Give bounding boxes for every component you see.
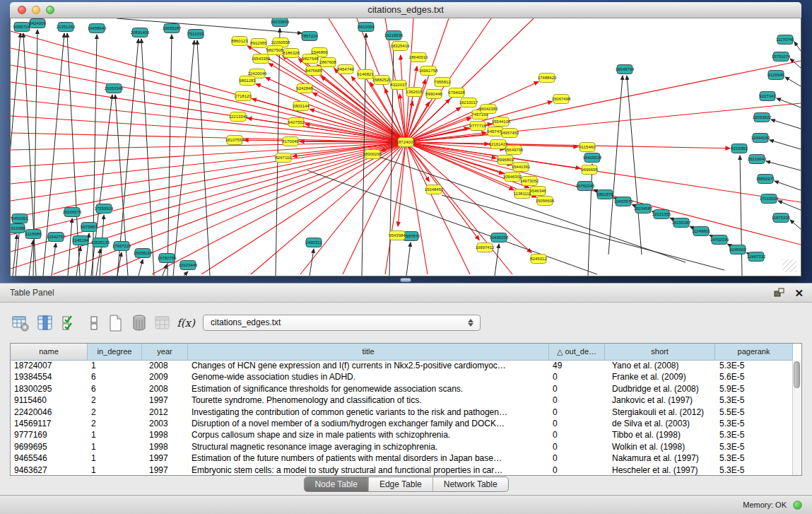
graph-node[interactable]: 8912955	[250, 39, 267, 48]
table-row[interactable]: 1456911722003Disruption of a novel membe…	[11, 418, 793, 429]
graph-node[interactable]: 21351263	[57, 23, 76, 32]
graph-node[interactable]: 2718120	[235, 92, 252, 101]
table-row[interactable]: 1938455462009Genome-wide association stu…	[11, 371, 793, 382]
graph-node[interactable]: 14973052	[520, 177, 539, 186]
graph-node[interactable]: 9055724	[13, 23, 30, 32]
function-builder-icon[interactable]: f(x)	[177, 314, 195, 332]
close-panel-icon[interactable]: ✕	[794, 284, 804, 303]
table-settings-icon[interactable]	[11, 314, 30, 332]
graph-node[interactable]: 19218596	[384, 31, 404, 40]
graph-node[interactable]: 15067498	[552, 95, 571, 104]
graph-node[interactable]: 20206576	[63, 208, 82, 217]
graph-node[interactable]: 9115460	[579, 143, 596, 152]
delete-table-icon[interactable]	[130, 314, 148, 332]
graph-node[interactable]: 1115686	[25, 230, 42, 239]
column-header-out_de[interactable]: △ out_de…	[549, 344, 605, 360]
graph-node[interactable]: 11875335	[772, 214, 791, 223]
graph-node[interactable]: 16156387	[672, 218, 691, 228]
float-panel-icon[interactable]	[774, 287, 785, 298]
graph-node[interactable]: 13505135	[91, 238, 110, 247]
graph-node[interactable]: 12923446	[179, 261, 198, 270]
graph-node[interactable]: 12161427	[489, 140, 508, 149]
graph-node[interactable]: 14702039	[710, 235, 729, 245]
table-row[interactable]: 946362711997Embryonic stem cells: a mode…	[11, 465, 793, 475]
graph-node[interactable]: 15882520	[372, 76, 392, 85]
graph-node[interactable]: 9242848	[296, 84, 313, 93]
graph-node[interactable]: 16961758	[419, 66, 438, 76]
graph-node[interactable]: 7857224	[301, 32, 318, 41]
graph-node[interactable]: 15056606	[536, 197, 555, 206]
graph-node[interactable]: 15441361	[512, 163, 531, 172]
graph-node[interactable]: 18107554	[225, 136, 245, 145]
graph-node[interactable]: 18724007	[396, 138, 416, 147]
graph-node[interactable]: 18640910	[409, 53, 428, 62]
graph-node[interactable]: 16782759	[158, 254, 177, 263]
graph-node[interactable]: 9777716	[469, 122, 486, 131]
graph-node[interactable]: 21053346	[105, 84, 124, 93]
table-row[interactable]: 2242004622012Investigating the contribut…	[11, 407, 793, 418]
column-header-in_degree[interactable]: in_degree	[88, 344, 142, 360]
graph-node[interactable]: 7955812	[434, 78, 451, 87]
table-scrollbar-thumb[interactable]	[794, 361, 800, 388]
table-row[interactable]: 969969511998Structural magnetic resonanc…	[11, 441, 793, 452]
graph-node[interactable]: 16033809	[271, 18, 290, 27]
graph-node[interactable]: 10655287	[163, 24, 182, 33]
graph-node[interactable]: 9543984	[389, 231, 406, 240]
graph-node[interactable]: 12021355	[652, 210, 671, 219]
graph-node[interactable]: 16543382	[252, 54, 271, 64]
graph-node[interactable]: 9861876	[596, 190, 613, 199]
graph-node[interactable]: 10946303	[503, 173, 522, 182]
graph-node[interactable]: 12444193	[751, 134, 770, 143]
graph-node[interactable]: 17359924	[95, 204, 114, 214]
graph-node[interactable]: 7512032	[187, 30, 204, 39]
graph-node[interactable]: 2490312	[305, 238, 322, 247]
table-row[interactable]: 1830029562008Estimation of significance …	[11, 383, 793, 395]
network-graph[interactable]: 1872400790557248424009213512631645894020…	[11, 18, 801, 276]
graph-node[interactable]: 9699695	[581, 165, 598, 175]
row-height-icon[interactable]	[85, 314, 103, 332]
graph-node[interactable]: 15892971	[756, 175, 775, 184]
graph-node[interactable]: 10496358	[490, 233, 509, 243]
graph-node[interactable]: 15649795	[505, 146, 524, 155]
graph-node[interactable]: 2867608	[319, 58, 336, 67]
network-window-titlebar[interactable]: citations_edges.txt	[10, 2, 801, 18]
graph-node[interactable]: 9475685	[305, 66, 322, 76]
table-scrollbar[interactable]	[792, 360, 801, 475]
graph-node[interactable]: 16409538	[583, 153, 602, 163]
graph-node[interactable]: 10497870	[614, 197, 633, 206]
graph-node[interactable]: 2803144	[293, 102, 310, 111]
graph-node[interactable]: 1362615	[406, 88, 423, 97]
memory-ok-icon[interactable]	[793, 501, 802, 510]
graph-node[interactable]: 8996803	[497, 156, 514, 165]
table-row[interactable]: 977716911998Corpus callosum shape and si…	[11, 429, 793, 440]
table-row[interactable]: 911546021997Tourette syndrome. Phenomeno…	[11, 395, 793, 406]
graph-node[interactable]: 15958167	[134, 249, 153, 258]
table-row[interactable]: 946554611997Estimation of the future num…	[11, 452, 793, 464]
graph-node[interactable]: 18300295	[363, 150, 382, 159]
graph-node[interactable]: 9215953	[731, 144, 748, 153]
network-canvas[interactable]: 1872400790557248424009213512631645894020…	[10, 18, 801, 276]
graph-node[interactable]: 14957453	[500, 129, 519, 138]
minimize-window-button[interactable]	[32, 6, 40, 14]
tab-node-table[interactable]: Node Table	[304, 477, 368, 491]
show-columns-icon[interactable]	[36, 314, 54, 332]
graph-node[interactable]: 8860123	[231, 37, 248, 46]
graph-node[interactable]: 17957223	[112, 242, 131, 251]
table-selector-dropdown[interactable]: citations_edges.txt	[203, 315, 481, 331]
split-divider-handle[interactable]	[400, 278, 411, 282]
graph-node[interactable]: 15034587	[634, 204, 653, 214]
graph-node[interactable]: 8454749	[337, 65, 354, 74]
graph-node[interactable]: 12213349	[229, 112, 248, 122]
graph-node[interactable]: 15544106	[492, 117, 511, 127]
zoom-window-button[interactable]	[46, 6, 54, 14]
graph-node[interactable]: 16042383	[479, 105, 498, 114]
graph-node[interactable]: 16210017	[459, 98, 478, 107]
graph-node[interactable]: 8990448	[425, 90, 442, 99]
new-table-icon[interactable]	[106, 314, 124, 332]
graph-node[interactable]: 8322037	[390, 81, 407, 90]
graph-node[interactable]: 11170745	[776, 35, 794, 45]
close-window-button[interactable]	[18, 6, 26, 14]
graph-node[interactable]: 17016504	[760, 194, 779, 204]
column-header-year[interactable]: year	[142, 344, 188, 360]
graph-node[interactable]: 8245012	[530, 255, 547, 264]
